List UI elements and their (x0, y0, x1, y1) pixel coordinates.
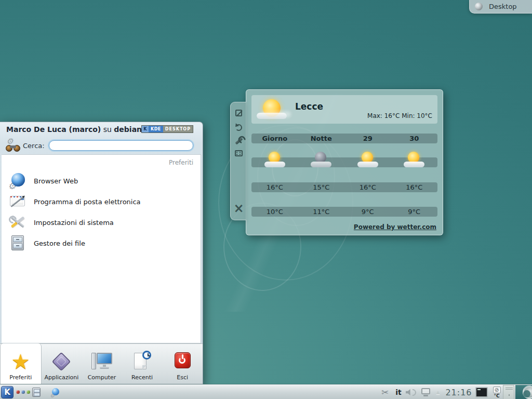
tab-label: Computer (88, 374, 116, 381)
widget-rotate-button[interactable] (231, 121, 247, 134)
weather-condition-row (251, 157, 437, 167)
monitor-icon (421, 388, 430, 394)
mini-icon-red[interactable] (16, 390, 20, 394)
search-label: Cerca: (23, 142, 45, 150)
kickoff-menu: Marco De Luca (marco) su debian K KDE DE… (0, 122, 203, 384)
no-data-icon: ⊘ (493, 387, 501, 393)
resize-icon (235, 110, 242, 116)
weather-column-headers: Giorno Notte 29 30 (251, 134, 437, 143)
kde-desktop-badge: K KDE DESKTOP (141, 125, 193, 133)
tab-applicazioni[interactable]: Applicazioni (42, 344, 82, 384)
badge-kde-label: KDE (149, 126, 163, 132)
desktop-toolbox-label: Desktop (489, 3, 517, 10)
keyboard-layout-indicator[interactable]: it (393, 385, 404, 399)
browser-launcher[interactable]: ⚙ (51, 388, 60, 397)
sun-cloud-icon (402, 152, 426, 168)
computer-icon (90, 351, 113, 373)
weather-max-min: Max: 16°C Min: 10°C (367, 112, 432, 119)
terminal-icon (475, 387, 488, 397)
weather-tray-icon[interactable]: ⊘ °C (490, 385, 503, 399)
tab-preferiti[interactable]: ★ Preferiti (0, 343, 42, 384)
digital-clock[interactable]: 21:16 (444, 385, 474, 399)
favorite-label: Browser Web (34, 177, 78, 185)
weather-col-label: 30 (391, 134, 438, 143)
wrench-icon (235, 137, 243, 144)
clock-label: 21:16 (445, 388, 472, 397)
tab-label: Preferiti (9, 374, 32, 381)
weather-temp: 11°C (298, 207, 345, 217)
weather-unit-label: °C (494, 394, 499, 398)
weather-city: Lecce (295, 101, 323, 112)
search-input[interactable] (49, 140, 193, 151)
kde-logo-icon: K (142, 126, 149, 132)
star-icon: ★ (9, 351, 32, 373)
badge-desktop-label: DESKTOP (163, 126, 193, 132)
widget-resize-button[interactable] (231, 107, 247, 119)
user-name: Marco De Luca (marco) (6, 125, 101, 134)
kickoff-launcher-button[interactable]: K (1, 386, 14, 398)
widget-handle[interactable]: × (230, 102, 246, 220)
favorite-browser-web[interactable]: ⚙ Browser Web (2, 170, 201, 191)
sun-cloud-icon (356, 152, 380, 168)
weather-header: Lecce Max: 16°C Min: 10°C (251, 95, 437, 124)
tray-expander-button[interactable]: ▲ (433, 385, 443, 399)
favorite-file-manager[interactable]: Gestore dei file (2, 233, 201, 254)
cashew-icon (523, 385, 532, 399)
terminal-tray-icon[interactable] (474, 385, 489, 399)
night-cloud-icon (309, 152, 333, 168)
cashew-icon (475, 3, 483, 10)
recent-documents-icon (131, 351, 154, 373)
tab-recenti[interactable]: Recenti (122, 344, 163, 384)
favorite-system-settings[interactable]: Impostazioni di sistema (2, 212, 201, 233)
panel-widget-strip[interactable] (503, 385, 514, 399)
user-title: Marco De Luca (marco) su debian (6, 125, 142, 134)
weather-temp: 10°C (251, 207, 298, 217)
favorite-email-program[interactable]: Programma di posta elettronica (2, 191, 201, 212)
scissors-icon: ✂ (381, 387, 389, 397)
kickoff-search-row: ⚙ Cerca: (0, 138, 203, 153)
weather-temp: 16°C (344, 182, 391, 192)
klipper-tray-icon[interactable]: ✂ (379, 385, 391, 399)
globe-icon (52, 388, 59, 395)
favorite-label: Gestore dei file (34, 240, 85, 247)
tab-computer[interactable]: Computer (82, 344, 122, 384)
weather-temp: 16°C (391, 182, 438, 192)
mini-icon-green[interactable] (26, 390, 30, 394)
mini-icon-blue[interactable] (21, 390, 25, 394)
globe-gear-icon: ⚙ (9, 172, 26, 190)
title-su: su (103, 125, 112, 134)
powered-by-link[interactable]: Powered by wetter.com (354, 223, 436, 231)
kde-logo-icon: K (4, 388, 10, 397)
weather-temp: 9°C (344, 207, 391, 217)
speaker-wave-icon (413, 389, 416, 396)
desktop-toolbox-button[interactable]: Desktop (469, 0, 532, 14)
weather-condition-cell (298, 157, 345, 167)
favorite-label: Impostazioni di sistema (34, 219, 114, 227)
weather-col-label: Giorno (251, 134, 298, 143)
file-cabinet-icon (9, 234, 26, 252)
email-icon (9, 193, 26, 210)
widget-shortcut-button[interactable] (231, 147, 247, 159)
tools-icon (9, 214, 26, 231)
taskbar-panel: K ⚙ ✂ it (0, 384, 532, 399)
shortcut-icon (235, 150, 243, 156)
weather-high-temps: 16°C 15°C 16°C 16°C (251, 182, 437, 192)
host-name: debian (114, 125, 142, 134)
file-manager-launcher[interactable] (32, 388, 41, 397)
monitor-base-icon (423, 395, 428, 396)
tab-label: Applicazioni (44, 374, 78, 381)
widget-configure-button[interactable] (231, 135, 247, 147)
tab-label: Esci (177, 374, 188, 381)
close-icon: × (233, 203, 244, 214)
tab-esci[interactable]: Esci (162, 344, 203, 384)
weather-condition-cell (344, 157, 391, 167)
panel-toolbox-button[interactable] (515, 385, 532, 399)
widget-close-button[interactable]: × (231, 202, 247, 215)
weather-col-label: 29 (344, 134, 391, 143)
network-tray-icon[interactable] (419, 385, 432, 399)
weather-temp: 15°C (298, 182, 345, 192)
favorites-list: ⚙ Browser Web Programma di posta elettro… (2, 170, 201, 254)
power-icon (171, 351, 194, 373)
tab-label: Recenti (131, 374, 153, 381)
volume-tray-icon[interactable] (404, 385, 418, 399)
